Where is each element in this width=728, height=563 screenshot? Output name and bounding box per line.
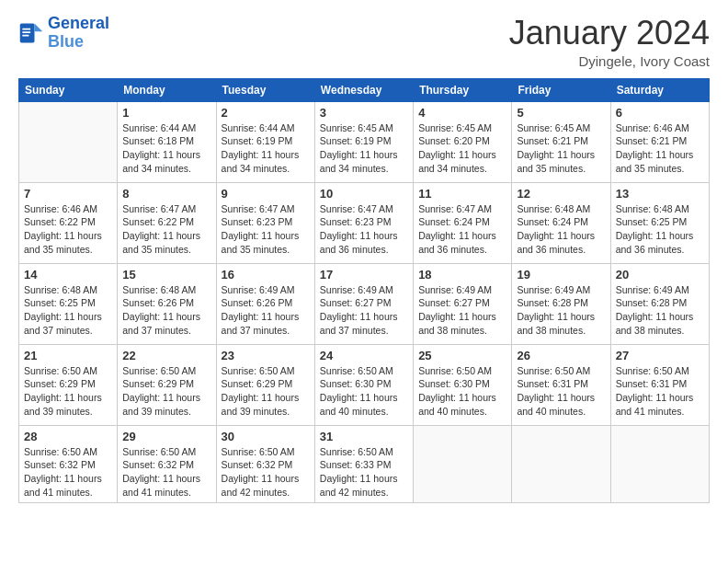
col-thursday: Thursday: [414, 78, 512, 101]
day-number: 15: [122, 268, 210, 282]
day-number: 29: [122, 430, 210, 443]
day-cell: 23Sunrise: 6:50 AM Sunset: 6:29 PM Dayli…: [216, 344, 314, 425]
day-cell: 22Sunrise: 6:50 AM Sunset: 6:29 PM Dayli…: [118, 344, 216, 425]
col-tuesday: Tuesday: [216, 78, 314, 101]
day-info: Sunrise: 6:46 AM Sunset: 6:22 PM Dayligh…: [24, 202, 112, 257]
day-number: 20: [616, 268, 704, 282]
day-number: 5: [517, 106, 605, 120]
day-info: Sunrise: 6:49 AM Sunset: 6:27 PM Dayligh…: [320, 283, 408, 338]
day-cell: 20Sunrise: 6:49 AM Sunset: 6:28 PM Dayli…: [610, 263, 709, 344]
day-cell: 9Sunrise: 6:47 AM Sunset: 6:23 PM Daylig…: [216, 182, 314, 263]
logo-icon: [18, 20, 44, 46]
day-number: 7: [24, 187, 112, 201]
day-info: Sunrise: 6:49 AM Sunset: 6:28 PM Dayligh…: [616, 283, 704, 338]
day-cell: 1Sunrise: 6:44 AM Sunset: 6:18 PM Daylig…: [118, 101, 216, 182]
day-number: 23: [222, 349, 310, 362]
col-monday: Monday: [118, 78, 216, 101]
day-number: 30: [222, 430, 310, 443]
day-info: Sunrise: 6:50 AM Sunset: 6:33 PM Dayligh…: [320, 445, 408, 500]
day-cell: 30Sunrise: 6:50 AM Sunset: 6:32 PM Dayli…: [216, 425, 314, 503]
day-number: 22: [122, 349, 210, 362]
day-number: 26: [517, 349, 605, 362]
day-number: 21: [24, 349, 112, 362]
day-cell: 28Sunrise: 6:50 AM Sunset: 6:32 PM Dayli…: [19, 425, 118, 503]
logo-line2: Blue: [48, 32, 84, 51]
day-number: 28: [24, 430, 112, 443]
col-friday: Friday: [512, 78, 610, 101]
svg-rect-2: [22, 29, 30, 30]
week-row-3: 14Sunrise: 6:48 AM Sunset: 6:25 PM Dayli…: [19, 263, 710, 344]
day-info: Sunrise: 6:47 AM Sunset: 6:22 PM Dayligh…: [122, 202, 210, 257]
col-saturday: Saturday: [610, 78, 709, 101]
day-info: Sunrise: 6:50 AM Sunset: 6:29 PM Dayligh…: [122, 364, 210, 419]
day-cell: [512, 425, 610, 503]
day-cell: 13Sunrise: 6:48 AM Sunset: 6:25 PM Dayli…: [610, 182, 709, 263]
day-number: 4: [418, 106, 506, 120]
col-sunday: Sunday: [19, 78, 118, 101]
day-info: Sunrise: 6:47 AM Sunset: 6:23 PM Dayligh…: [320, 202, 408, 257]
day-info: Sunrise: 6:44 AM Sunset: 6:19 PM Dayligh…: [222, 121, 310, 176]
day-number: 18: [418, 268, 506, 282]
header-row: Sunday Monday Tuesday Wednesday Thursday…: [19, 78, 710, 101]
day-cell: 26Sunrise: 6:50 AM Sunset: 6:31 PM Dayli…: [512, 344, 610, 425]
day-number: 9: [222, 187, 310, 201]
day-cell: 16Sunrise: 6:49 AM Sunset: 6:26 PM Dayli…: [216, 263, 314, 344]
day-number: 11: [418, 187, 506, 201]
day-number: 16: [222, 268, 310, 282]
day-info: Sunrise: 6:50 AM Sunset: 6:29 PM Dayligh…: [222, 364, 310, 419]
month-title: January 2024: [509, 15, 710, 52]
day-number: 25: [418, 349, 506, 362]
day-info: Sunrise: 6:48 AM Sunset: 6:25 PM Dayligh…: [24, 283, 112, 338]
logo: General Blue: [18, 15, 109, 52]
day-cell: 12Sunrise: 6:48 AM Sunset: 6:24 PM Dayli…: [512, 182, 610, 263]
day-number: 6: [616, 106, 704, 120]
day-cell: 7Sunrise: 6:46 AM Sunset: 6:22 PM Daylig…: [19, 182, 118, 263]
day-cell: 29Sunrise: 6:50 AM Sunset: 6:32 PM Dayli…: [118, 425, 216, 503]
day-cell: 2Sunrise: 6:44 AM Sunset: 6:19 PM Daylig…: [216, 101, 314, 182]
day-info: Sunrise: 6:50 AM Sunset: 6:30 PM Dayligh…: [418, 364, 506, 419]
day-info: Sunrise: 6:45 AM Sunset: 6:21 PM Dayligh…: [517, 121, 605, 176]
day-info: Sunrise: 6:47 AM Sunset: 6:23 PM Dayligh…: [222, 202, 310, 257]
day-cell: [414, 425, 512, 503]
day-info: Sunrise: 6:50 AM Sunset: 6:31 PM Dayligh…: [517, 364, 605, 419]
day-cell: 11Sunrise: 6:47 AM Sunset: 6:24 PM Dayli…: [414, 182, 512, 263]
calendar-table: Sunday Monday Tuesday Wednesday Thursday…: [18, 78, 710, 504]
day-number: 31: [320, 430, 408, 443]
day-number: 24: [320, 349, 408, 362]
day-cell: 5Sunrise: 6:45 AM Sunset: 6:21 PM Daylig…: [512, 101, 610, 182]
day-cell: 25Sunrise: 6:50 AM Sunset: 6:30 PM Dayli…: [414, 344, 512, 425]
logo-line1: General: [48, 14, 109, 32]
day-info: Sunrise: 6:50 AM Sunset: 6:31 PM Dayligh…: [616, 364, 704, 419]
header: General Blue January 2024 Dyingele, Ivor…: [18, 15, 710, 69]
day-number: 3: [320, 106, 408, 120]
day-number: 17: [320, 268, 408, 282]
day-cell: 19Sunrise: 6:49 AM Sunset: 6:28 PM Dayli…: [512, 263, 610, 344]
day-info: Sunrise: 6:44 AM Sunset: 6:18 PM Dayligh…: [122, 121, 210, 176]
day-info: Sunrise: 6:46 AM Sunset: 6:21 PM Dayligh…: [616, 121, 704, 176]
day-info: Sunrise: 6:50 AM Sunset: 6:32 PM Dayligh…: [222, 445, 310, 500]
day-number: 12: [517, 187, 605, 201]
day-cell: 31Sunrise: 6:50 AM Sunset: 6:33 PM Dayli…: [314, 425, 413, 503]
day-info: Sunrise: 6:48 AM Sunset: 6:26 PM Dayligh…: [122, 283, 210, 338]
day-info: Sunrise: 6:49 AM Sunset: 6:28 PM Dayligh…: [517, 283, 605, 338]
day-cell: 10Sunrise: 6:47 AM Sunset: 6:23 PM Dayli…: [314, 182, 413, 263]
day-info: Sunrise: 6:50 AM Sunset: 6:32 PM Dayligh…: [24, 445, 112, 500]
day-number: 14: [24, 268, 112, 282]
day-info: Sunrise: 6:50 AM Sunset: 6:30 PM Dayligh…: [320, 364, 408, 419]
day-cell: 3Sunrise: 6:45 AM Sunset: 6:19 PM Daylig…: [314, 101, 413, 182]
day-cell: [19, 101, 118, 182]
day-info: Sunrise: 6:50 AM Sunset: 6:32 PM Dayligh…: [122, 445, 210, 500]
day-cell: 6Sunrise: 6:46 AM Sunset: 6:21 PM Daylig…: [610, 101, 709, 182]
day-info: Sunrise: 6:48 AM Sunset: 6:24 PM Dayligh…: [517, 202, 605, 257]
day-info: Sunrise: 6:47 AM Sunset: 6:24 PM Dayligh…: [418, 202, 506, 257]
day-number: 8: [122, 187, 210, 201]
day-info: Sunrise: 6:49 AM Sunset: 6:26 PM Dayligh…: [222, 283, 310, 338]
day-number: 27: [616, 349, 704, 362]
week-row-2: 7Sunrise: 6:46 AM Sunset: 6:22 PM Daylig…: [19, 182, 710, 263]
day-cell: 27Sunrise: 6:50 AM Sunset: 6:31 PM Dayli…: [610, 344, 709, 425]
day-number: 10: [320, 187, 408, 201]
svg-rect-4: [22, 35, 28, 37]
day-cell: 17Sunrise: 6:49 AM Sunset: 6:27 PM Dayli…: [314, 263, 413, 344]
day-info: Sunrise: 6:48 AM Sunset: 6:25 PM Dayligh…: [616, 202, 704, 257]
svg-rect-3: [22, 31, 30, 33]
